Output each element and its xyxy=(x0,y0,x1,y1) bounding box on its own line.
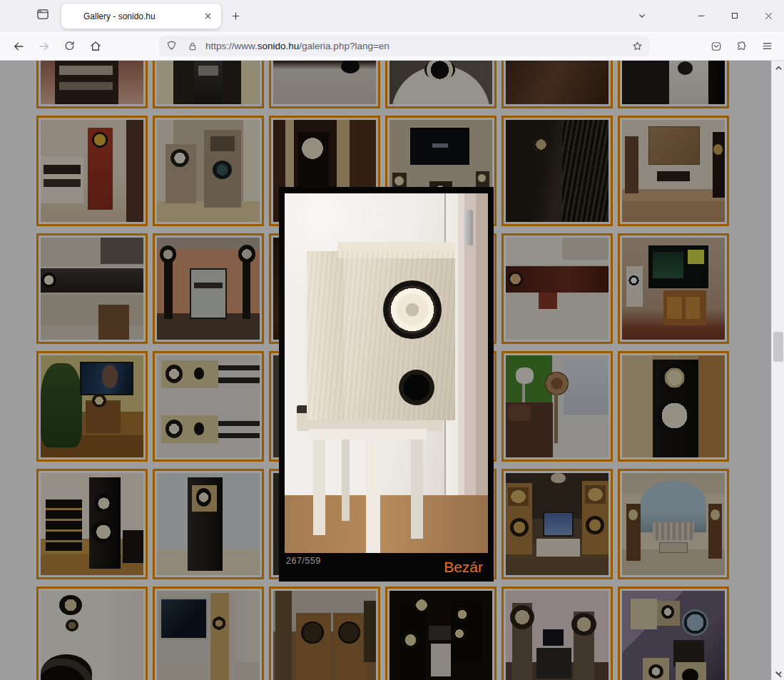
firefox-view-icon xyxy=(36,7,50,24)
scene-shape xyxy=(383,280,442,339)
extensions-button[interactable] xyxy=(731,36,752,56)
list-all-tabs-button[interactable] xyxy=(633,7,651,24)
tab-title: Gallery - sonido.hu xyxy=(83,11,200,21)
menu-icon xyxy=(761,40,773,52)
menu-button[interactable] xyxy=(757,36,778,56)
scrollbar[interactable] xyxy=(771,61,784,680)
lightbox-image[interactable] xyxy=(285,193,488,553)
scene-shape xyxy=(366,424,380,553)
extensions-icon xyxy=(735,40,748,52)
titlebar: Gallery - sonido.hu xyxy=(0,0,784,31)
back-button[interactable] xyxy=(8,36,29,56)
tab-close-icon xyxy=(203,11,213,21)
forward-button[interactable] xyxy=(34,36,54,56)
navigation-toolbar: https://www.sonido.hu/galeria.php?lang=e… xyxy=(0,31,784,61)
url-scheme: https://www. xyxy=(205,41,258,51)
scrollbar-thumb[interactable] xyxy=(773,332,783,362)
scroll-down-icon xyxy=(775,669,783,677)
close-window-button[interactable] xyxy=(758,5,779,26)
scene-shape xyxy=(307,251,455,420)
lightbox: 267/559 Bezár xyxy=(279,187,494,582)
scroll-up-icon xyxy=(775,64,783,72)
home-button[interactable] xyxy=(85,36,106,56)
scene-shape xyxy=(411,424,423,539)
scene-shape xyxy=(309,429,427,440)
new-tab-button[interactable] xyxy=(225,6,245,26)
reload-icon xyxy=(63,40,76,52)
close-icon xyxy=(763,11,774,21)
bookmark-star-button[interactable] xyxy=(631,40,643,52)
maximize-icon xyxy=(730,11,740,21)
lightbox-close-button[interactable]: Bezár xyxy=(444,559,483,576)
firefox-view-button[interactable] xyxy=(34,7,51,24)
bookmark-star-icon xyxy=(631,40,643,52)
pocket-button[interactable] xyxy=(706,36,726,56)
scene-shape xyxy=(399,370,434,405)
new-tab-icon xyxy=(230,11,241,21)
reload-button[interactable] xyxy=(59,36,80,56)
url-path: /galeria.php?lang=en xyxy=(299,41,389,51)
scene-shape xyxy=(464,210,473,245)
minimize-icon xyxy=(696,11,706,21)
url-bar[interactable]: https://www.sonido.hu/galeria.php?lang=e… xyxy=(159,36,650,56)
page-content: 267/559 Bezár xyxy=(0,61,771,680)
scroll-down-button[interactable] xyxy=(772,667,784,679)
scene-shape xyxy=(313,424,325,535)
scroll-up-button[interactable] xyxy=(772,62,784,73)
url-text: https://www.sonido.hu/galeria.php?lang=e… xyxy=(205,41,631,51)
browser-tab[interactable]: Gallery - sonido.hu xyxy=(61,4,221,29)
home-icon xyxy=(89,40,102,53)
maximize-button[interactable] xyxy=(724,5,745,26)
forward-icon xyxy=(38,40,51,53)
shield-icon[interactable] xyxy=(166,40,178,52)
tab-close-button[interactable] xyxy=(200,9,215,24)
pocket-icon xyxy=(710,40,723,53)
lock-icon[interactable] xyxy=(187,41,198,52)
lightbox-counter: 267/559 xyxy=(286,556,321,566)
chevron-down-icon xyxy=(636,10,648,21)
url-domain: sonido.hu xyxy=(258,41,300,51)
back-icon xyxy=(12,40,25,53)
minimize-button[interactable] xyxy=(691,5,712,26)
